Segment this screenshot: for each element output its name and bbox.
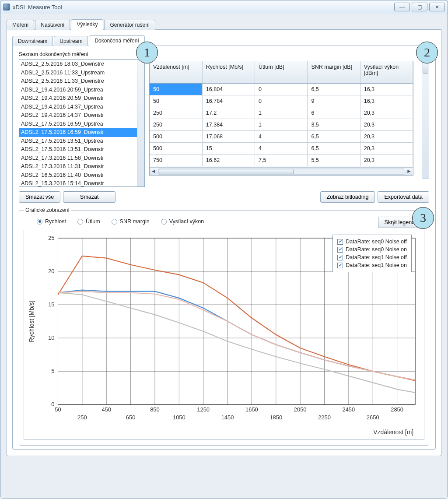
svg-text:250: 250 (77, 414, 87, 421)
list-item[interactable]: ADSL2_17.3.2016 11:31_Downstr (19, 162, 144, 171)
close-button[interactable]: ✕ (429, 3, 445, 11)
export-data-button[interactable]: Exportovat data (378, 191, 429, 203)
tab-measure[interactable]: Měření (7, 20, 34, 30)
list-caption: Seznam dokončených měření (19, 51, 145, 57)
col-speed[interactable]: Rychlost [Mb/s] (202, 61, 255, 84)
list-item[interactable]: ADSL2_19.4.2016 14:37_Downstr (19, 111, 144, 120)
svg-text:450: 450 (102, 406, 111, 413)
list-item[interactable]: ADSL2_17.5.2016 13:51_Upstrea (19, 137, 144, 146)
tab-settings[interactable]: Nastavení (35, 20, 70, 30)
col-power[interactable]: Vysílací výkon [dBm] (360, 61, 413, 84)
table-row[interactable]: 25017,21620,3 (150, 107, 413, 119)
results-panel: Downstream Upstream Dokončená měření 1 2… (7, 30, 441, 456)
legend-check-2[interactable]: ✔ (337, 255, 343, 260)
svg-text:20: 20 (48, 268, 54, 274)
list-item[interactable]: ADSL2_15.3.2016 15:14_Downstr (19, 179, 144, 187)
list-item[interactable]: ADSL2_16.5.2016 11:40_Downstr (19, 171, 144, 180)
chart-groupbox: Grafické zobrazení 3 Rychlost Útlum SNR … (19, 207, 429, 446)
svg-text:0: 0 (51, 401, 54, 408)
svg-text:1250: 1250 (197, 406, 210, 413)
minimize-button[interactable]: — (394, 3, 410, 11)
svg-text:50: 50 (55, 406, 61, 413)
completed-panel: 1 2 Seznam dokončených měření ADSL2_2.5.… (12, 46, 436, 450)
list-item[interactable]: ADSL2_2.5.2016 11:33_Downstre (19, 77, 144, 86)
table-row[interactable]: 25017,38413,520,3 (150, 119, 413, 131)
content-area: Měření Nastavení Výsledky Generátor ruše… (0, 14, 448, 499)
app-window: xDSL Measure Tool — ▢ ✕ Měření Nastavení… (0, 0, 448, 499)
svg-text:850: 850 (150, 406, 160, 413)
panel-vscrollbar[interactable] (422, 51, 429, 179)
data-table[interactable]: Vzdálenost [m] Rychlost [Mb/s] Útlum [dB… (149, 61, 413, 176)
svg-text:Vzdálenost [m]: Vzdálenost [m] (373, 429, 413, 436)
subtab-downstream[interactable]: Downstream (12, 36, 53, 46)
maximize-button[interactable]: ▢ (412, 3, 427, 11)
radio-speed[interactable]: Rychlost (37, 218, 66, 225)
table-row[interactable]: 5016,7840916,3 (150, 95, 413, 107)
svg-text:5: 5 (51, 368, 54, 374)
list-item[interactable]: ADSL2_17.5.2016 16:59_Downstr (19, 128, 144, 137)
main-tabs: Měření Nastavení Výsledky Generátor ruše… (7, 19, 441, 30)
legend-check-1[interactable]: ✔ (337, 247, 343, 253)
chart-legend: ✔DataRate: seq0 Noise off ✔DataRate: seq… (332, 235, 412, 272)
list-item[interactable]: ADSL2_19.4.2016 20:59_Downstr (19, 94, 144, 103)
radio-snr[interactable]: SNR margin (112, 218, 150, 225)
svg-text:1050: 1050 (173, 414, 186, 421)
legend-check-0[interactable]: ✔ (337, 239, 343, 245)
table-row[interactable]: 5016,80406,516,3 (150, 84, 413, 95)
list-item[interactable]: ADSL2_19.4.2016 20:59_Upstrea (19, 86, 144, 95)
subtab-completed[interactable]: Dokončená měření (89, 35, 144, 46)
svg-text:2050: 2050 (294, 406, 307, 413)
tab-results[interactable]: Výsledky (71, 19, 103, 30)
delete-all-button[interactable]: Smazat vše (19, 191, 60, 203)
list-item[interactable]: ADSL2_17.5.2016 13:51_Downstr (19, 145, 144, 154)
svg-text:25: 25 (48, 235, 54, 241)
col-distance[interactable]: Vzdálenost [m] (150, 61, 202, 84)
list-item[interactable]: ADSL2_17.5.2016 16:59_Upstrea (19, 120, 144, 129)
svg-text:2450: 2450 (343, 406, 355, 413)
radio-attenuation[interactable]: Útlum (77, 218, 100, 225)
badge-2: 2 (416, 42, 438, 63)
measurement-list[interactable]: ADSL2_2.5.2016 18:03_DownstreADSL2_2.5.2… (19, 59, 145, 187)
list-item[interactable]: ADSL2_2.5.2016 18:03_Downstre (19, 60, 144, 69)
svg-text:1450: 1450 (221, 414, 234, 421)
radio-power[interactable]: Vysílací výkon (161, 218, 204, 225)
col-attenuation[interactable]: Útlum [dB] (255, 61, 308, 84)
window-title: xDSL Measure Tool (13, 4, 62, 11)
sub-tabs: Downstream Upstream Dokončená měření (12, 35, 436, 46)
show-bitloading-button[interactable]: Zobraz bitloading (320, 191, 375, 203)
svg-text:1650: 1650 (245, 406, 258, 413)
list-scrollbar[interactable] (137, 60, 144, 186)
chart: 0510152025502504506508501050125014501650… (24, 230, 424, 440)
list-item[interactable]: ADSL2_19.4.2016 14:37_Upstrea (19, 103, 144, 112)
table-hscrollbar[interactable]: ◄ ► (150, 167, 413, 175)
svg-text:2250: 2250 (318, 414, 331, 421)
badge-1: 1 (136, 42, 158, 63)
legend-check-3[interactable]: ✔ (337, 263, 343, 268)
svg-text:1850: 1850 (270, 414, 282, 421)
svg-text:2650: 2650 (367, 414, 379, 421)
svg-text:10: 10 (48, 334, 54, 341)
svg-text:Rychlost [Mb/s]: Rychlost [Mb/s] (28, 301, 35, 342)
svg-text:650: 650 (126, 414, 136, 421)
table-row[interactable]: 50017,06846,520,3 (150, 131, 413, 143)
group-title: Grafické zobrazení (24, 207, 71, 213)
svg-text:2850: 2850 (391, 406, 403, 413)
badge-3: 3 (412, 207, 434, 229)
col-snr[interactable]: SNR margin [dB] (308, 61, 360, 84)
table-row[interactable]: 75016,627,55,520,3 (150, 155, 413, 166)
app-icon (3, 4, 10, 11)
delete-button[interactable]: Smazat (63, 191, 116, 203)
list-item[interactable]: ADSL2_2.5.2016 11:33_Upstream (19, 69, 144, 77)
titlebar: xDSL Measure Tool — ▢ ✕ (0, 0, 448, 14)
list-item[interactable]: ADSL2_17.3.2016 11:58_Downstr (19, 154, 144, 163)
svg-text:15: 15 (48, 301, 54, 308)
subtab-upstream[interactable]: Upstream (54, 36, 88, 46)
table-row[interactable]: 5001546,520,3 (150, 143, 413, 155)
tab-noise-generator[interactable]: Generátor rušení (104, 20, 155, 30)
radio-group: Rychlost Útlum SNR margin Vysílací výkon (37, 218, 204, 225)
